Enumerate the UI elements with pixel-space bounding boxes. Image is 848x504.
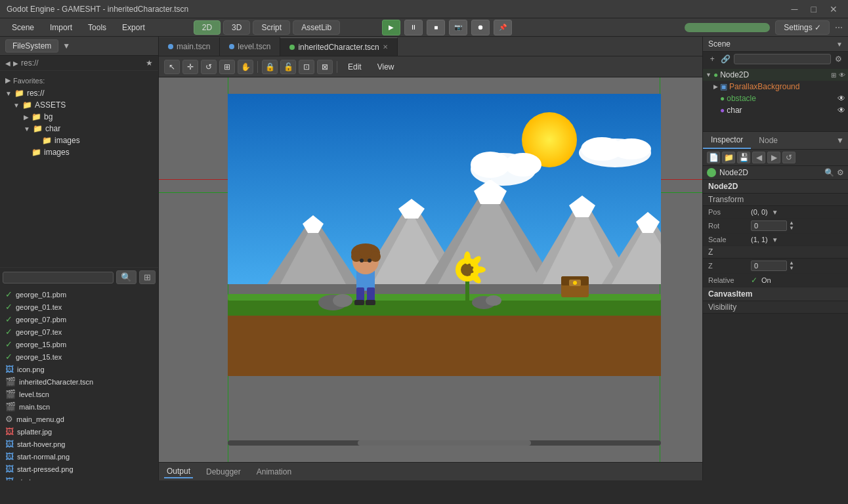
- tree-assets[interactable]: ▼ 📁 ASSETS: [0, 99, 158, 111]
- tree-char-images[interactable]: ▶ 📁 images: [0, 135, 158, 146]
- insp-next-button[interactable]: ▶: [767, 152, 780, 163]
- scene-options-button[interactable]: ⚙: [834, 53, 844, 65]
- pos-dropdown-arrow[interactable]: ▼: [772, 209, 778, 216]
- tab-output[interactable]: Output: [164, 465, 193, 478]
- cursor-tool-button[interactable]: ↖: [164, 60, 180, 74]
- section-node2d[interactable]: Node2D: [703, 180, 848, 194]
- tab-debugger[interactable]: Debugger: [203, 466, 244, 478]
- rot-input[interactable]: [751, 220, 787, 231]
- mode-3d-button[interactable]: 3D: [223, 20, 250, 35]
- list-item[interactable]: ⚙main_menu.gd: [0, 413, 158, 425]
- rotate-tool-button[interactable]: ↺: [201, 60, 217, 74]
- move-tool-button[interactable]: ✛: [182, 60, 198, 74]
- pin-button[interactable]: 📌: [494, 20, 512, 35]
- filesystem-title-button[interactable]: FileSystem: [5, 39, 58, 52]
- tree-bg[interactable]: ▶ 📁 bg: [0, 111, 158, 123]
- ungroup-button[interactable]: ⊠: [317, 60, 333, 74]
- tab-main[interactable]: main.tscn: [159, 37, 220, 56]
- mode-assetlib-button[interactable]: AssetLib: [293, 20, 340, 35]
- scrollbar-thumb-h[interactable]: [358, 440, 531, 446]
- insp-save-script-button[interactable]: 💾: [737, 152, 750, 163]
- node2d-eye-icon[interactable]: 👁: [839, 72, 845, 79]
- rot-down-arrow[interactable]: ▼: [789, 226, 794, 231]
- list-item[interactable]: 🎬level.tscn: [0, 388, 158, 400]
- list-item[interactable]: 🖼start.png: [0, 475, 158, 480]
- pause-button[interactable]: ⏸: [404, 20, 423, 35]
- favorites-arrow[interactable]: ▶: [5, 76, 11, 85]
- tree-root[interactable]: ▼ 📁 res://: [0, 87, 158, 99]
- insp-new-script-button[interactable]: 📄: [707, 152, 720, 163]
- edit-menu[interactable]: Edit: [341, 61, 368, 73]
- viewport-scrollbar-h[interactable]: [228, 440, 661, 446]
- close-button[interactable]: ✕: [826, 3, 841, 16]
- list-item[interactable]: 🖼start-normal.png: [0, 450, 158, 463]
- scene-search-input[interactable]: [734, 54, 831, 64]
- scene-dropdown-arrow[interactable]: ▼: [836, 41, 843, 48]
- menu-scene[interactable]: Scene: [5, 21, 41, 34]
- list-item[interactable]: ✓george_07.pbm: [0, 313, 158, 326]
- lock-button[interactable]: 🔒: [262, 60, 278, 74]
- insp-prev-button[interactable]: ◀: [752, 152, 765, 163]
- inspector-tab[interactable]: Inspector: [703, 132, 751, 149]
- tab-inherited-character[interactable]: inheritedCharacter.tscn ✕: [280, 37, 397, 56]
- scale-dropdown-arrow[interactable]: ▼: [772, 236, 778, 243]
- unlock-button[interactable]: 🔓: [280, 60, 296, 74]
- window-controls[interactable]: ─ □ ✕: [788, 3, 841, 16]
- menu-tools[interactable]: Tools: [81, 21, 113, 34]
- list-item[interactable]: 🖼splatter.jpg: [0, 425, 158, 438]
- insp-gear-icon[interactable]: ⚙: [837, 168, 844, 177]
- tab-level[interactable]: level.tscn: [220, 37, 280, 56]
- maximize-button[interactable]: □: [807, 3, 820, 16]
- search-button[interactable]: 🔍: [116, 270, 137, 284]
- mode-2d-button[interactable]: 2D: [194, 20, 221, 35]
- grid-view-button[interactable]: ⊞: [139, 270, 156, 284]
- node-tab[interactable]: Node: [751, 133, 786, 148]
- list-item[interactable]: ✓george_01.tex: [0, 301, 158, 313]
- list-item[interactable]: 🎬inheritedCharacter.tscn: [0, 375, 158, 388]
- node2d-settings-icon[interactable]: ⊞: [831, 72, 836, 79]
- z-spinbox[interactable]: ▲ ▼: [789, 261, 794, 271]
- node-node2d[interactable]: ▼ ● Node2D ⊞ 👁: [703, 69, 848, 81]
- section-canvas-item[interactable]: CanvasItem: [703, 287, 848, 301]
- play-button[interactable]: ▶: [382, 20, 400, 35]
- z-down-arrow[interactable]: ▼: [789, 266, 794, 271]
- view-menu[interactable]: View: [371, 61, 401, 73]
- list-item[interactable]: ✓george_15.pbm: [0, 338, 158, 350]
- node-parallaxbg[interactable]: ▶ ▣ ParallaxBackground: [703, 81, 848, 93]
- list-item[interactable]: 🎬main.tscn: [0, 400, 158, 413]
- settings-button[interactable]: Settings ✓: [775, 20, 830, 35]
- list-item[interactable]: ✓george_15.tex: [0, 350, 158, 363]
- breadcrumb-back[interactable]: ◀: [5, 60, 11, 67]
- char-eye-icon[interactable]: 👁: [837, 106, 845, 115]
- menu-import[interactable]: Import: [43, 21, 79, 34]
- menu-export[interactable]: Export: [116, 21, 152, 34]
- scale-tool-button[interactable]: ⊞: [219, 60, 235, 74]
- tree-char[interactable]: ▼ 📁 char: [0, 123, 158, 135]
- minimize-button[interactable]: ─: [788, 3, 802, 16]
- insp-open-script-button[interactable]: 📁: [722, 152, 735, 163]
- list-item[interactable]: ✓george_01.pbm: [0, 288, 158, 301]
- list-item[interactable]: 🖼start-hover.png: [0, 438, 158, 450]
- list-item[interactable]: 🖼icon.png: [0, 363, 158, 375]
- tree-images[interactable]: ▶ 📁 images: [0, 146, 158, 158]
- node-obstacle[interactable]: ▶ ● obstacle 👁: [703, 93, 848, 104]
- insp-search-icon[interactable]: 🔍: [824, 168, 834, 177]
- inspector-dropdown-arrow[interactable]: ▼: [832, 133, 848, 148]
- camera-button[interactable]: 📷: [449, 20, 467, 35]
- node-char[interactable]: ▶ ● char 👁: [703, 104, 848, 116]
- insp-history-button[interactable]: ↺: [782, 152, 795, 163]
- list-item[interactable]: 🖼start-pressed.png: [0, 463, 158, 475]
- expand-icon[interactable]: ⋯: [835, 23, 843, 32]
- pan-tool-button[interactable]: ✋: [238, 60, 253, 74]
- add-node-button[interactable]: +: [707, 53, 717, 65]
- obstacle-eye-icon[interactable]: 👁: [837, 94, 845, 103]
- z-input[interactable]: [751, 261, 787, 271]
- group-button[interactable]: ⊡: [299, 60, 314, 74]
- mode-script-button[interactable]: Script: [253, 20, 290, 35]
- rot-spinbox[interactable]: ▲ ▼: [789, 220, 794, 231]
- link-node-button[interactable]: 🔗: [720, 53, 731, 65]
- tab-animation[interactable]: Animation: [254, 466, 294, 478]
- tab-close-button[interactable]: ✕: [383, 43, 388, 51]
- breadcrumb-forward[interactable]: ▶: [13, 60, 18, 67]
- file-search-input[interactable]: [3, 272, 114, 284]
